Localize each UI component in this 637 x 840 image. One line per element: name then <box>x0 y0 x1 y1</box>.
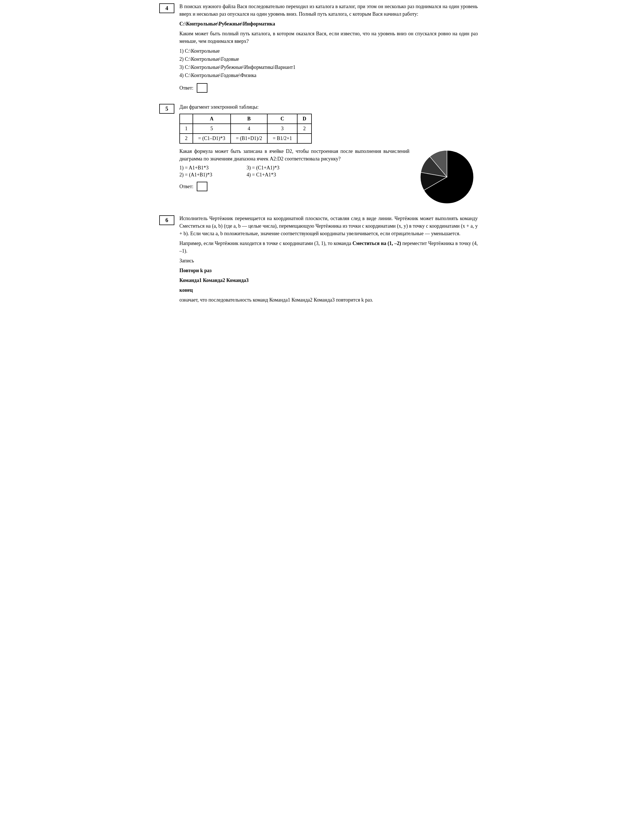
q6-example: Например, если Чертёжник находится в точ… <box>180 240 478 255</box>
q5-options-row2: 2) = (A1+B1)*3 4) = C1+A1*3 <box>180 172 410 178</box>
q4-answer-row: Ответ: <box>180 83 478 93</box>
question-5: 5 Дан фрагмент электронной таблицы: A B … <box>159 101 478 209</box>
table-cell-row2-idx: 2 <box>180 134 193 144</box>
pie-chart <box>418 148 476 206</box>
q6-example-text: Например, если Чертёжник находится в точ… <box>180 240 352 246</box>
question-number-6: 6 <box>159 215 174 225</box>
question-number-5: 5 <box>159 104 174 114</box>
q5-answer-box[interactable] <box>197 182 207 191</box>
table-header-a: A <box>193 114 231 124</box>
question-6: 6 Исполнитель Чертёжник перемещается на … <box>159 212 478 309</box>
table-cell-d1: 2 <box>297 124 312 134</box>
q5-answer-row: Ответ: <box>180 182 410 191</box>
q6-conclusion: означает, что последовательность команд … <box>180 296 478 304</box>
q5-opt-1: 1) = A1+B1*3 <box>180 165 235 171</box>
q4-question: Каким может быть полный путь каталога, в… <box>180 30 478 45</box>
table-row-2: 2 = (C1–D1)*3 = (B1+D1)/2 = B1/2+1 <box>180 134 312 144</box>
table-header-b: B <box>231 114 268 124</box>
q5-opt-3: 3) = (C1+A1)*3 <box>247 165 303 171</box>
question-5-content: Дан фрагмент электронной таблицы: A B C … <box>180 103 478 206</box>
q5-answer-label: Ответ: <box>180 184 193 189</box>
q4-intro: В поисках нужного файла Вася последовате… <box>180 3 478 18</box>
table-header-c: C <box>267 114 297 124</box>
table-cell-c2: = B1/2+1 <box>267 134 297 144</box>
q5-text-block: Какая формула может быть записана в ячей… <box>180 148 410 193</box>
q5-question: Какая формула может быть записана в ячей… <box>180 148 410 163</box>
table-cell-a2: = (C1–D1)*3 <box>193 134 231 144</box>
q4-options: 1) C:\Контрольные 2) C:\Контрольные\Годо… <box>180 47 478 79</box>
table-cell-b2: = (B1+D1)/2 <box>231 134 268 144</box>
q5-intro: Дан фрагмент электронной таблицы: <box>180 103 478 111</box>
spreadsheet-table: A B C D 1 5 4 3 2 2 = (C1–D1)*3 = (B1+D1 <box>180 114 312 144</box>
q5-options: 1) = A1+B1*3 3) = (C1+A1)*3 2) = (A1+B1)… <box>180 165 410 178</box>
table-cell-d2 <box>297 134 312 144</box>
q5-options-row1: 1) = A1+B1*3 3) = (C1+A1)*3 <box>180 165 410 171</box>
q6-bold3: конец <box>180 286 478 294</box>
table-cell-c1: 3 <box>267 124 297 134</box>
q5-opt-2: 2) = (A1+B1)*3 <box>180 172 235 178</box>
q4-answer-label: Ответ: <box>180 85 193 91</box>
table-cell-a1: 5 <box>193 124 231 134</box>
q6-example-bold: Сместиться на (1, –2) <box>352 240 401 246</box>
question-number-4: 4 <box>159 3 174 13</box>
question-6-content: Исполнитель Чертёжник перемещается на ко… <box>180 215 478 306</box>
q6-intro: Исполнитель Чертёжник перемещается на ко… <box>180 215 478 237</box>
question-4-content: В поисках нужного файла Вася последовате… <box>180 3 478 95</box>
q6-bold2: Команда1 Команда2 Команда3 <box>180 276 478 284</box>
q6-record: Запись <box>180 257 478 265</box>
table-header-empty <box>180 114 193 124</box>
q5-opt-4: 4) = C1+A1*3 <box>247 172 303 178</box>
q4-option-4: 4) C:\Контрольные\Годовые\Физика <box>180 72 478 79</box>
q5-lower-section: Какая формула может быть записана в ячей… <box>180 148 478 206</box>
table-row-1: 1 5 4 3 2 <box>180 124 312 134</box>
table-cell-row1-idx: 1 <box>180 124 193 134</box>
q4-option-3: 3) C:\Контрольные\Рубежные\Информатика\В… <box>180 63 478 71</box>
q4-option-1: 1) C:\Контрольные <box>180 47 478 55</box>
question-4: 4 В поисках нужного файла Вася последова… <box>159 0 478 98</box>
table-header-d: D <box>297 114 312 124</box>
q4-answer-box[interactable] <box>197 83 207 93</box>
q6-bold1: Повтори k раз <box>180 267 478 275</box>
pie-chart-container <box>416 148 478 206</box>
q4-path: C:\Контрольные\Рубежные\Информатика <box>180 20 478 28</box>
q4-option-2: 2) C:\Контрольные\Годовые <box>180 55 478 63</box>
table-cell-b1: 4 <box>231 124 268 134</box>
